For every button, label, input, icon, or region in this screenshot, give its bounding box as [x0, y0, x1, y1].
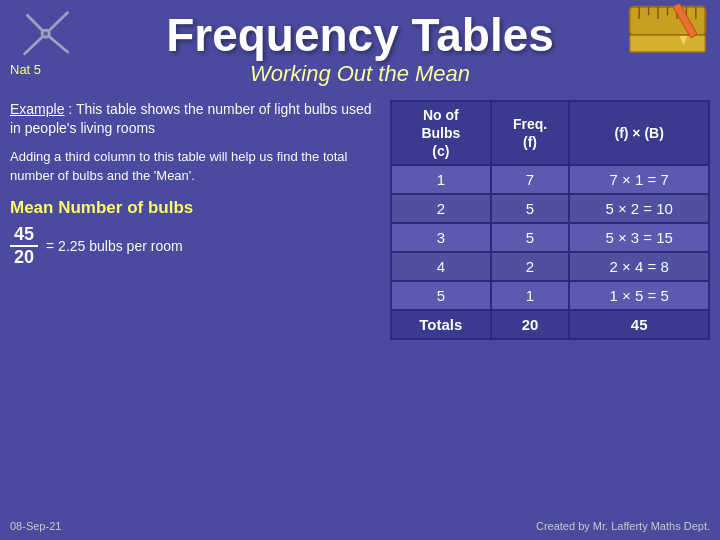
example-body: : This table shows the number of light b… [10, 101, 372, 137]
mean-section: Mean Number of bulbs 45 20 = 2.25 bulbs … [10, 198, 380, 269]
equals-result: = 2.25 bulbs per room [46, 238, 183, 254]
content-area: Example : This table shows the number of… [0, 92, 720, 341]
cell-c: 3 [391, 223, 491, 252]
header: Frequency Tables Working Out the Mean [0, 0, 720, 87]
footer-date: 08-Sep-21 [10, 520, 61, 532]
table-row: 2 5 5 × 2 = 10 [391, 194, 709, 223]
example-description: Example : This table shows the number of… [10, 100, 380, 139]
main-title: Frequency Tables [166, 10, 554, 61]
table-row: 4 2 2 × 4 = 8 [391, 252, 709, 281]
fraction-block: 45 20 = 2.25 bulbs per room [10, 224, 380, 269]
nat5-label: Nat 5 [10, 62, 41, 77]
cell-fx: 2 × 4 = 8 [569, 252, 709, 281]
left-panel: Example : This table shows the number of… [10, 100, 380, 341]
table-body: 1 7 7 × 1 = 7 2 5 5 × 2 = 10 3 5 5 × 3 =… [391, 165, 709, 310]
col-header-freq: Freq. (f) [491, 101, 570, 166]
cell-f: 2 [491, 252, 570, 281]
fraction-numerator: 45 [10, 224, 38, 248]
table-row: 1 7 7 × 1 = 7 [391, 165, 709, 194]
title-block: Frequency Tables Working Out the Mean [166, 10, 554, 87]
frequency-table-panel: No of Bulbs (c) Freq. (f) (f) × (B) [390, 100, 710, 341]
col-header-fx: (f) × (B) [569, 101, 709, 166]
cell-c: 2 [391, 194, 491, 223]
table-totals-row: Totals 20 45 [391, 310, 709, 339]
fraction-denominator: 20 [10, 247, 38, 269]
cell-f: 1 [491, 281, 570, 310]
fraction: 45 20 [10, 224, 38, 269]
cell-f: 5 [491, 223, 570, 252]
cell-fx: 5 × 2 = 10 [569, 194, 709, 223]
subtitle: Working Out the Mean [166, 61, 554, 87]
cell-c: 5 [391, 281, 491, 310]
cell-f: 7 [491, 165, 570, 194]
adding-text: Adding a third column to this table will… [10, 147, 380, 186]
footer-credit: Created by Mr. Lafferty Maths Dept. [536, 520, 710, 532]
frequency-table: No of Bulbs (c) Freq. (f) (f) × (B) [390, 100, 710, 341]
table-row: 3 5 5 × 3 = 15 [391, 223, 709, 252]
table-header-row: No of Bulbs (c) Freq. (f) (f) × (B) [391, 101, 709, 166]
cell-fx: 7 × 1 = 7 [569, 165, 709, 194]
cell-c: 4 [391, 252, 491, 281]
example-label: Example [10, 101, 64, 117]
cell-fx: 1 × 5 = 5 [569, 281, 709, 310]
cell-f: 5 [491, 194, 570, 223]
col-header-bulbs: No of Bulbs (c) [391, 101, 491, 166]
totals-f: 20 [491, 310, 570, 339]
totals-label: Totals [391, 310, 491, 339]
totals-fx: 45 [569, 310, 709, 339]
cell-c: 1 [391, 165, 491, 194]
cell-fx: 5 × 3 = 15 [569, 223, 709, 252]
footer: 08-Sep-21 Created by Mr. Lafferty Maths … [10, 520, 710, 532]
table-row: 5 1 1 × 5 = 5 [391, 281, 709, 310]
mean-title: Mean Number of bulbs [10, 198, 380, 218]
page: Frequency Tables Working Out the Mean Na… [0, 0, 720, 540]
